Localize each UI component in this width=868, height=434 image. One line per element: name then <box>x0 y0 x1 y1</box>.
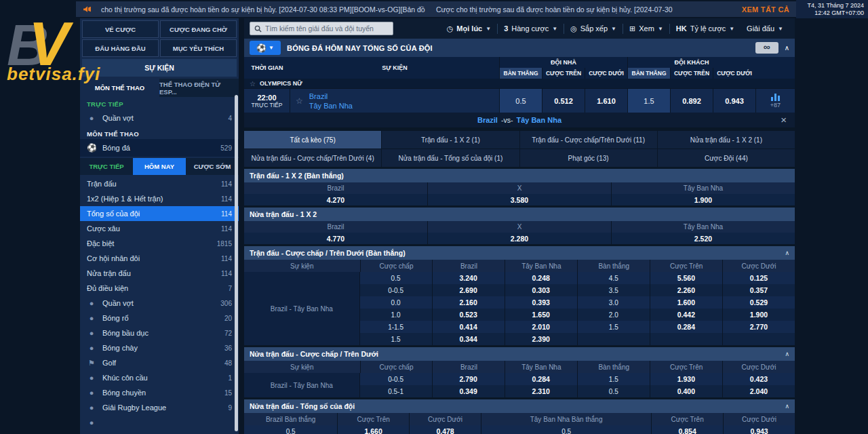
odds-button[interactable]: 1.660 <box>337 425 409 434</box>
odds-button[interactable]: 0.284 <box>505 373 577 385</box>
away-over-odds[interactable]: 0.892 <box>670 89 713 113</box>
pending-bets-button[interactable]: CƯỢC ĐANG CHỜ <box>160 20 237 38</box>
home-team-link[interactable]: Brazil <box>309 92 353 101</box>
tab-early[interactable]: CƯỢC SỚM <box>186 158 239 175</box>
odds-button[interactable]: 1.900 <box>722 309 795 321</box>
sidebar-item-rugby[interactable]: ● Bóng bầu dục 72 <box>80 326 239 340</box>
odds-button[interactable]: 2.260 <box>650 284 722 296</box>
odds-button[interactable]: 0.393 <box>505 296 577 309</box>
search-box[interactable] <box>250 22 393 35</box>
favorites-button[interactable]: MỤC YÊU THÍCH <box>160 39 237 57</box>
odds-button[interactable]: 0.943 <box>723 425 795 434</box>
tab-esports[interactable]: THỂ THAO ĐIỆN TỬ ESP... <box>159 79 239 97</box>
sidebar-item-soccer[interactable]: ⚽ Bóng đá 529 <box>80 139 239 157</box>
more-markets-button[interactable]: +87 <box>755 89 795 113</box>
odds-button[interactable]: 2.390 <box>505 333 577 345</box>
sidebar-item-golf[interactable]: ⚑ Golf 48 <box>80 355 239 370</box>
sidebar-market-team-total[interactable]: Tổng số của đội 114 <box>80 206 239 221</box>
sidebar-scrollbar[interactable] <box>235 95 238 431</box>
sidebar-market-matches[interactable]: Trận đấu 114 <box>80 176 239 191</box>
close-icon[interactable]: × <box>781 114 787 125</box>
odds-button[interactable]: 4.770 <box>244 233 427 244</box>
view-dropdown[interactable]: ⊞ Xem ▼ <box>623 24 669 33</box>
odds-button[interactable]: 0.357 <box>722 284 795 296</box>
home-under-odds[interactable]: 1.610 <box>585 89 627 113</box>
odds-button[interactable]: 0.442 <box>650 309 722 321</box>
sidebar-item-volleyball[interactable]: ● Bóng chuyền 15 <box>80 385 239 400</box>
odds-button[interactable]: 2.280 <box>427 233 611 244</box>
tab-half-hdp-ou[interactable]: Nửa trận đấu - Cược chấp/Trên Dưới (4) <box>244 149 381 167</box>
sport-select-button[interactable]: ⚽ ▼ <box>250 41 281 55</box>
tab-half-team-total[interactable]: Nửa trận đấu - Tổng số của đội (1) <box>382 149 519 167</box>
home-over-odds[interactable]: 0.512 <box>542 89 585 113</box>
odds-button[interactable]: 0.284 <box>650 321 722 333</box>
odds-button[interactable]: 0.344 <box>432 333 505 345</box>
odds-button[interactable]: 2.160 <box>432 296 505 309</box>
sidebar-market-double-chance[interactable]: Cơ hội nhân đôi 114 <box>80 251 239 266</box>
tab-corners[interactable]: Phạt góc (13) <box>520 149 657 167</box>
odds-button[interactable]: 0.478 <box>409 425 481 434</box>
odds-format-dropdown[interactable]: HK Tỷ lệ cược ▼ <box>670 24 741 33</box>
sidebar-market-half[interactable]: Nửa trận đấu 114 <box>80 266 239 281</box>
odds-button[interactable]: 3.580 <box>427 194 611 205</box>
league-dropdown[interactable]: Giải đấu ▼ <box>741 24 789 33</box>
tab-match-hdp-ou[interactable]: Trận đấu - Cược chấp/Trên Dưới (11) <box>520 131 657 149</box>
odds-button[interactable]: 0.529 <box>722 296 795 309</box>
odds-button[interactable]: 2.770 <box>722 321 795 333</box>
sort-dropdown[interactable]: ◎ Sắp xếp ▼ <box>564 24 623 33</box>
section-header[interactable]: Trận đấu - Cược chấp / Trên Dưới (Bàn th… <box>244 246 795 260</box>
sidebar-item-tennis-live[interactable]: ● Quần vợt 4 <box>80 109 239 127</box>
infinity-scroll-button[interactable]: ∞ <box>755 42 778 54</box>
sidebar-market-qualify[interactable]: Đủ điều kiện 7 <box>80 281 239 296</box>
odds-button[interactable]: 0.125 <box>722 272 795 284</box>
odds-button[interactable]: 0.303 <box>505 284 577 296</box>
rows-filter-dropdown[interactable]: 3 Hàng cược ▼ <box>498 24 564 33</box>
tab-team-bets[interactable]: Cược Đội (44) <box>658 149 795 167</box>
sidebar-market-1x2[interactable]: 1x2 (Hiệp 1 & Hết trận) 114 <box>80 191 239 206</box>
odds-button[interactable]: 4.270 <box>244 194 427 205</box>
odds-button[interactable]: 0.349 <box>432 385 505 397</box>
sidebar-market-specials[interactable]: Đặc biệt 1815 <box>80 236 239 251</box>
sidebar-item-rugby-league[interactable]: ● Giải Rugby League 9 <box>80 400 239 415</box>
tab-half-1x2[interactable]: Nửa trận đấu - 1 X 2 (1) <box>658 131 795 149</box>
sidebar-item-baseball[interactable]: ● Bóng chày 36 <box>80 340 239 355</box>
time-filter-dropdown[interactable]: ◷ Mọi lúc ▼ <box>441 24 497 33</box>
odds-button[interactable]: 2.520 <box>611 233 795 244</box>
odds-button[interactable]: 0.414 <box>432 321 505 333</box>
odds-button[interactable]: 1.600 <box>650 296 722 309</box>
odds-button[interactable]: 1.900 <box>611 194 795 205</box>
collapse-chevron-icon[interactable]: ∧ <box>785 44 789 52</box>
away-under-odds[interactable]: 0.943 <box>713 89 755 113</box>
odds-button[interactable]: 0.523 <box>432 309 505 321</box>
view-all-link[interactable]: XEM TẤT CẢ <box>742 5 789 14</box>
section-header[interactable]: Nửa trận đấu - Cược chấp / Trên Dưới ∧ <box>244 347 795 361</box>
section-header[interactable]: Nửa trận đấu - Tổng số của đội ∧ <box>244 399 795 413</box>
search-input[interactable] <box>265 24 389 33</box>
section-header[interactable]: Nửa trận đấu - 1 X 2 <box>244 208 795 221</box>
tab-today[interactable]: HÔM NAY <box>133 158 186 175</box>
betvisa-logo[interactable]: BV betvisa.fyi <box>7 14 100 83</box>
sidebar-item-partial[interactable]: ● <box>80 415 239 430</box>
odds-button[interactable]: 2.010 <box>505 321 577 333</box>
star-icon[interactable]: ☆ <box>296 96 303 106</box>
odds-button[interactable]: 1.650 <box>505 309 577 321</box>
odds-button[interactable]: 2.310 <box>505 385 577 397</box>
odds-button[interactable]: 0.854 <box>651 425 723 434</box>
tab-all-markets[interactable]: Tất cả kèo (75) <box>244 131 381 149</box>
odds-button[interactable]: 2.690 <box>432 284 505 296</box>
odds-button[interactable]: 1.930 <box>650 373 722 385</box>
odds-button[interactable]: 2.790 <box>432 373 505 385</box>
odds-button[interactable]: 5.560 <box>650 272 722 284</box>
odds-button[interactable]: 0.400 <box>650 385 722 397</box>
section-header[interactable]: Trận đấu - 1 X 2 (Bàn thắng) <box>244 169 795 182</box>
away-team-link[interactable]: Tây Ban Nha <box>309 101 353 111</box>
odds-button[interactable]: 3.240 <box>432 272 505 284</box>
star-icon[interactable]: ☆ <box>250 80 256 87</box>
league-row[interactable]: ☆ OLYMPICS NỮ <box>244 79 795 88</box>
sidebar-item-hockey[interactable]: ● Khúc côn cầu 1 <box>80 370 239 385</box>
sidebar-item-basketball[interactable]: ● Bóng rổ 20 <box>80 311 239 326</box>
odds-button[interactable]: 2.040 <box>722 385 795 397</box>
sidebar-item-tennis[interactable]: ● Quần vợt 306 <box>80 296 239 311</box>
events-button[interactable]: SỰ KIỆN <box>82 59 237 77</box>
sidebar-market-parlay[interactable]: Cược xâu 114 <box>80 221 239 236</box>
